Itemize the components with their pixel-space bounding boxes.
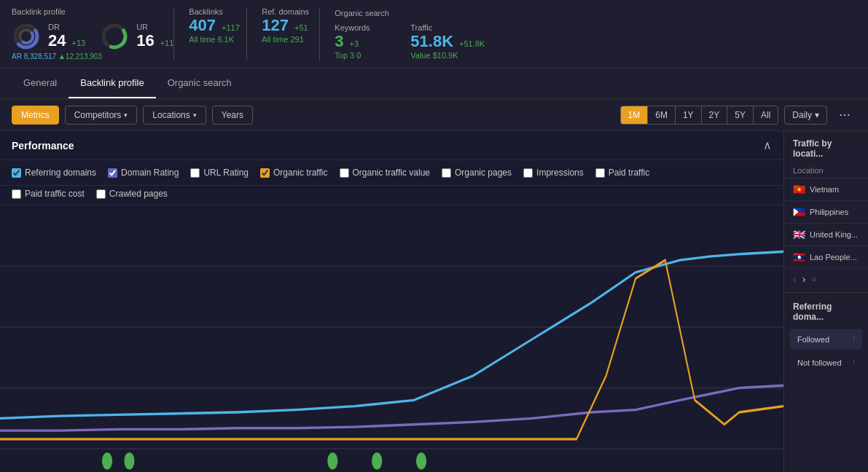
sidebar-divider [784, 292, 868, 293]
ref-domains-stat: Ref. domains 127 +51 All time 291 [246, 7, 319, 60]
nav-tabs: General Backlink profile Organic search [0, 68, 868, 99]
referring-domains-line [0, 251, 783, 418]
dot-4 [372, 452, 382, 469]
location-item-uk[interactable]: 🇬🇧 United King... [784, 224, 868, 246]
checkbox-url-rating[interactable]: URL Rating [190, 168, 249, 178]
traffic-delta: +51.8K [459, 39, 485, 48]
chart-container: 10 Jul 14 Jul 18 Jul 22 Jul 26 Jul 30 Ju… [0, 205, 783, 472]
ur-delta: +11 [160, 39, 174, 47]
location-item-vietnam[interactable]: 🇻🇳 Vietnam [784, 178, 868, 201]
checkbox-paid-traffic[interactable]: Paid traffic [595, 168, 649, 178]
time-5y[interactable]: 5Y [727, 106, 754, 124]
backlinks-value: 407 [189, 16, 216, 35]
philippines-flag: 🇵🇭 [793, 206, 805, 218]
backlink-profile-label: Backlink profile [12, 7, 66, 16]
uk-name: United King... [810, 230, 858, 239]
checkbox-referring-domains[interactable]: Referring domains [12, 168, 96, 178]
organic-search-label: Organic search [335, 9, 856, 17]
competitors-button[interactable]: Competitors ▾ [65, 106, 138, 125]
not-followed-info: ⁱ [853, 359, 855, 367]
time-1m[interactable]: 1M [621, 106, 649, 124]
dr-stat: DR 24 +13 [12, 22, 85, 51]
competitors-label: Competitors [74, 110, 122, 120]
keywords-stat: Keywords 3 +3 Top 3 0 [335, 23, 393, 60]
traffic-value-amount: Value $10.9K [410, 51, 485, 60]
backlinks-stat: Backlinks 407 +117 All time 6.1K [173, 7, 246, 60]
performance-title: Performance [12, 140, 74, 152]
not-followed-item[interactable]: Not followed ⁱ [790, 353, 862, 373]
locations-button[interactable]: Locations ▾ [143, 106, 206, 125]
more-button[interactable]: ⋯ [833, 105, 856, 125]
ref-domains-delta: +51 [294, 23, 308, 32]
right-sidebar: Traffic by locati... Location 🇻🇳 Vietnam… [783, 131, 868, 472]
keywords-delta: +3 [350, 39, 359, 48]
dot-5 [416, 452, 426, 469]
keywords-value: 3 [335, 32, 343, 51]
checkbox-organic-traffic-value[interactable]: Organic traffic value [340, 168, 431, 178]
daily-button[interactable]: Daily ▾ [784, 106, 827, 125]
backlinks-label: Backlinks [189, 7, 246, 16]
toolbar: Metrics Competitors ▾ Locations ▾ Years … [0, 99, 868, 131]
metrics-button[interactable]: Metrics [12, 106, 59, 125]
dot-1 [102, 452, 112, 469]
time-2y[interactable]: 2Y [702, 106, 728, 124]
lao-flag: 🇱🇦 [793, 251, 805, 263]
vietnam-flag: 🇻🇳 [793, 184, 805, 195]
dr-ring [12, 22, 41, 51]
tab-general[interactable]: General [12, 68, 69, 98]
tab-organic-search[interactable]: Organic search [156, 68, 243, 98]
backlinks-alltime: All time 6.1K [189, 35, 246, 44]
time-1y[interactable]: 1Y [676, 106, 702, 124]
checkbox-crawled-pages[interactable]: Crawled pages [96, 189, 168, 199]
ar-label: AR [12, 52, 22, 60]
ar-line: AR 8,328,517 ▲12,213,903 [12, 52, 102, 60]
dr-value: 24 [48, 31, 66, 50]
uk-flag: 🇬🇧 [793, 229, 805, 240]
checkbox-impressions[interactable]: Impressions [523, 168, 584, 178]
traffic-stat: Traffic 51.8K +51.8K Value $10.9K [410, 23, 485, 60]
ur-label: UR [136, 23, 173, 31]
traffic-by-location-title: Traffic by locati... [784, 131, 868, 163]
time-all[interactable]: All [754, 106, 778, 124]
performance-header: Performance ∧ [0, 131, 783, 160]
checkbox-organic-pages[interactable]: Organic pages [442, 168, 512, 178]
locations-chevron: ▾ [193, 111, 197, 119]
nav-prev[interactable]: ‹ [793, 273, 797, 285]
dr-delta: +13 [71, 39, 85, 47]
lao-name: Lao People... [810, 253, 857, 261]
dr-label: DR [48, 23, 85, 31]
collapse-button[interactable]: ∧ [763, 138, 772, 152]
keywords-top3: Top 3 0 [335, 51, 393, 60]
daily-chevron: ▾ [815, 110, 819, 120]
followed-info: ⁱ [853, 336, 855, 344]
dot-3 [327, 452, 337, 469]
organic-traffic-line [0, 260, 783, 439]
nav-ellipsis: ○ [811, 275, 816, 283]
nav-next[interactable]: › [802, 273, 806, 285]
main-content: Performance ∧ Referring domains Domain R… [0, 131, 868, 472]
ref-domains-value: 127 [262, 16, 289, 35]
not-followed-label: Not followed [797, 358, 842, 367]
dot-2 [124, 452, 134, 469]
ar-delta: ▲12,213,903 [58, 52, 102, 60]
checkbox-domain-rating[interactable]: Domain Rating [108, 168, 179, 178]
checkbox-row-2: Paid traffic cost Crawled pages [0, 186, 783, 205]
traffic-label: Traffic [410, 23, 485, 32]
followed-item[interactable]: Followed ⁱ [790, 329, 862, 350]
years-button[interactable]: Years [212, 106, 253, 125]
checkbox-organic-traffic[interactable]: Organic traffic [260, 168, 327, 178]
organic-search-section: Organic search Keywords 3 +3 Top 3 0 Tra… [319, 7, 856, 60]
ur-ring [100, 22, 129, 51]
tab-backlink-profile[interactable]: Backlink profile [69, 68, 155, 98]
location-item-philippines[interactable]: 🇵🇭 Philippines [784, 201, 868, 224]
time-6m[interactable]: 6M [648, 106, 676, 124]
checkbox-paid-traffic-cost[interactable]: Paid traffic cost [12, 189, 85, 199]
vietnam-name: Vietnam [810, 185, 839, 194]
location-item-lao[interactable]: 🇱🇦 Lao People... [784, 246, 868, 269]
checkbox-row: Referring domains Domain Rating URL Rati… [0, 160, 783, 186]
sidebar-nav: ‹ › ○ [784, 269, 868, 289]
chart-area: Performance ∧ Referring domains Domain R… [0, 131, 783, 472]
locations-label: Locations [152, 110, 189, 120]
ur-stat: UR 16 +11 [100, 22, 173, 51]
competitors-chevron: ▾ [124, 111, 128, 119]
